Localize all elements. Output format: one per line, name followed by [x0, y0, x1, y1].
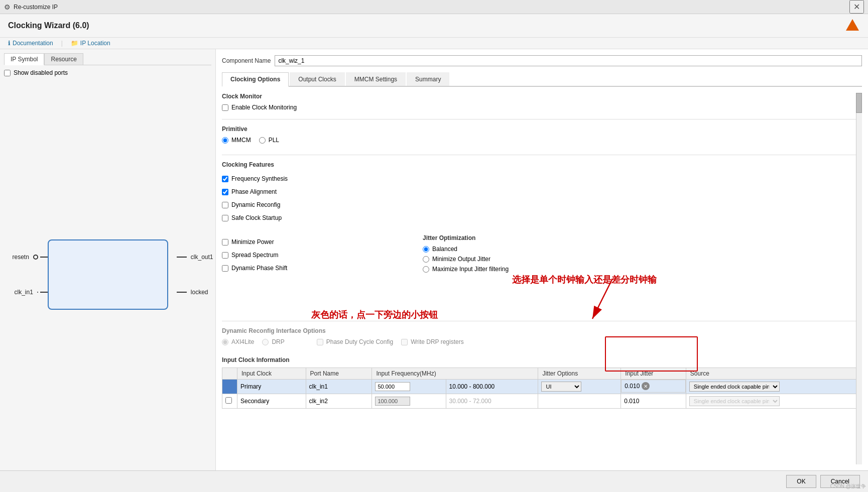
drp-radio[interactable] [262, 339, 269, 345]
primary-jitter-value: 0.010 [625, 383, 640, 390]
mmcm-radio-row: MMCM [222, 137, 251, 144]
table-header-row: Input Clock Port Name Input Frequency(MH… [222, 368, 858, 380]
enable-clock-monitoring-row: Enable Clock Monitoring [222, 104, 858, 111]
mmcm-radio[interactable] [222, 137, 228, 144]
axi4lite-label: AXI4Lite [231, 338, 254, 345]
pll-radio[interactable] [259, 137, 266, 144]
cancel-button[interactable]: Cancel [820, 475, 860, 488]
tab-output-clocks[interactable]: Output Clocks [290, 72, 344, 86]
primary-jitter-select[interactable]: UI [541, 382, 581, 392]
phase-duty-checkbox[interactable] [317, 339, 323, 345]
max-input-jitter-row: Maximize Input Jitter filtering [423, 266, 509, 273]
pll-label[interactable]: PLL [269, 137, 279, 144]
dyn-phase-shift-label[interactable]: Dynamic Phase Shift [231, 265, 287, 272]
enable-clock-checkbox[interactable] [222, 104, 228, 111]
ip-canvas: resetn clk_in1 [4, 82, 211, 466]
bottom-bar: OK Cancel [0, 470, 868, 492]
ip-block [48, 239, 168, 310]
primary-jitter-close[interactable]: ✕ [642, 382, 650, 390]
write-drp-row: Write DRP registers [401, 338, 464, 345]
axi4lite-radio[interactable] [222, 339, 228, 345]
phase-align-checkbox[interactable] [222, 189, 228, 195]
phase-align-label[interactable]: Phase Alignment [231, 188, 277, 195]
freq-synthesis-checkbox[interactable] [222, 176, 228, 182]
safe-clock-checkbox[interactable] [222, 215, 228, 221]
show-disabled-label[interactable]: Show disabled ports [14, 69, 68, 76]
port-resetn: resetn [13, 254, 50, 261]
dynamic-reconfig-row: Dynamic Reconfig [222, 201, 362, 208]
tab-ip-symbol[interactable]: IP Symbol [4, 53, 44, 65]
th-jitter-options: Jitter Options [538, 368, 621, 380]
jitter-section: Jitter Optimization Balanced Minimize Ou… [423, 234, 858, 276]
clkout1-line [177, 257, 187, 258]
content-area: IP Symbol Resource Show disabled ports r… [0, 49, 868, 470]
minimize-power-label[interactable]: Minimize Power [231, 238, 274, 245]
phase-align-row: Phase Alignment [222, 188, 362, 195]
minimize-power-row: Minimize Power [222, 238, 362, 245]
secondary-checkbox-cell [222, 394, 237, 409]
th-source: Source [686, 368, 857, 380]
port-clkin1-label: clk_in1 [15, 289, 33, 296]
svg-marker-0 [846, 19, 859, 31]
spread-spectrum-label[interactable]: Spread Spectrum [231, 252, 278, 259]
component-name-row: Component Name [222, 55, 862, 66]
balanced-row: Balanced [423, 245, 509, 253]
app-icon: ⚙ [4, 3, 11, 11]
primary-source-select[interactable]: Single ended clock capable pin Different… [689, 382, 780, 392]
component-name-label: Component Name [222, 57, 271, 64]
scroll-indicator[interactable] [856, 93, 862, 464]
dynamic-reconfig-checkbox[interactable] [222, 202, 228, 208]
ok-button[interactable]: OK [786, 475, 816, 488]
freq-synthesis-row: Frequency Synthesis [222, 175, 362, 182]
nav-separator: | [61, 40, 63, 47]
secondary-source-select[interactable]: Single ended clock capable pin [689, 396, 780, 406]
tab-mmcm-settings[interactable]: MMCM Settings [346, 72, 406, 86]
clock-monitor-title: Clock Monitor [222, 93, 858, 100]
primitive-section: Primitive MMCM PLL [222, 126, 858, 147]
primary-freq-input[interactable] [375, 382, 410, 391]
documentation-link[interactable]: ℹ Documentation [8, 40, 53, 47]
mmcm-label[interactable]: MMCM [231, 137, 251, 144]
port-clkout1: clk_out1 [177, 254, 213, 261]
balanced-label[interactable]: Balanced [432, 245, 457, 253]
dynamic-reconfig-interface-section: Dynamic Reconfig Interface Options AXI4L… [222, 327, 858, 348]
tab-resource[interactable]: Resource [44, 53, 83, 65]
primary-jitter-cell: UI [538, 380, 621, 394]
primary-source-cell: Single ended clock capable pin Different… [686, 380, 857, 394]
tab-summary[interactable]: Summary [407, 72, 449, 86]
max-input-jitter-radio[interactable] [423, 266, 429, 273]
ip-location-link[interactable]: 📁 IP Location [71, 40, 110, 47]
minimize-power-checkbox[interactable] [222, 239, 228, 245]
primary-selected-cell [222, 380, 237, 394]
scroll-thumb [856, 93, 862, 113]
port-clkout1-label: clk_out1 [191, 254, 213, 261]
secondary-input-jitter: 0.010 [621, 394, 686, 409]
balanced-radio[interactable] [423, 246, 429, 253]
primary-clock-label: Primary [237, 380, 306, 394]
show-disabled-checkbox[interactable] [4, 70, 11, 76]
write-drp-checkbox[interactable] [401, 339, 408, 345]
safe-clock-label[interactable]: Safe Clock Startup [231, 214, 282, 221]
secondary-freq-input[interactable] [375, 397, 410, 406]
enable-clock-label[interactable]: Enable Clock Monitoring [231, 104, 297, 111]
jitter-content: Jitter Optimization Balanced Minimize Ou… [423, 234, 509, 276]
primary-port-name: clk_in1 [306, 380, 372, 394]
title-bar: ⚙ Re-customize IP ✕ [0, 0, 868, 14]
freq-synthesis-label[interactable]: Frequency Synthesis [231, 175, 288, 182]
component-name-input[interactable] [275, 55, 862, 66]
table-row: Secondary clk_in2 30.000 - 72.000 0.010 [222, 394, 858, 409]
max-input-jitter-label[interactable]: Maximize Input Jitter filtering [432, 266, 509, 273]
phase-duty-label: Phase Duty Cycle Config [326, 338, 393, 345]
secondary-checkbox[interactable] [225, 397, 232, 404]
dyn-phase-shift-checkbox[interactable] [222, 265, 228, 272]
spread-spectrum-checkbox[interactable] [222, 252, 228, 259]
input-clock-title: Input Clock Information [222, 356, 858, 363]
close-button[interactable]: ✕ [849, 0, 864, 14]
min-output-jitter-radio[interactable] [423, 256, 429, 263]
secondary-jitter-cell [538, 394, 621, 409]
folder-icon: 📁 [71, 40, 78, 47]
min-output-jitter-label[interactable]: Minimize Output Jitter [432, 256, 490, 263]
dynamic-reconfig-label[interactable]: Dynamic Reconfig [231, 201, 280, 208]
tab-clocking-options[interactable]: Clocking Options [222, 72, 289, 87]
write-drp-label: Write DRP registers [411, 338, 464, 345]
